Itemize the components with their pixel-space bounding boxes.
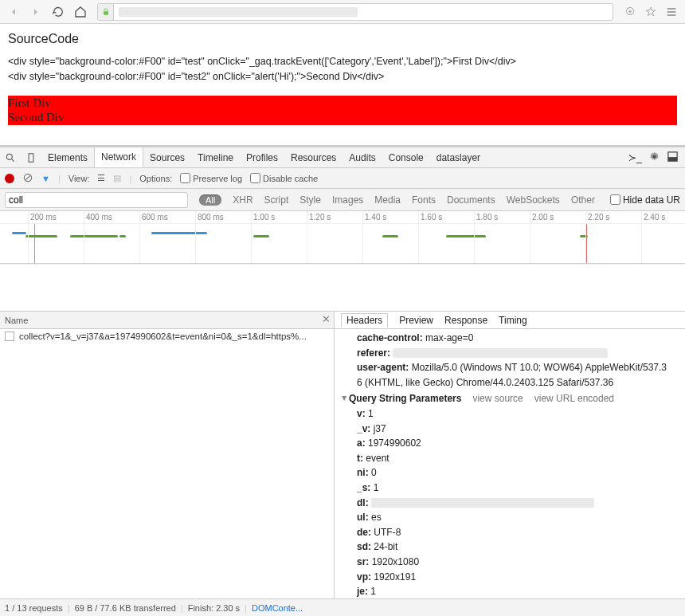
hide-data-urls-checkbox[interactable]: Hide data UR bbox=[610, 194, 680, 206]
filter-xhr[interactable]: XHR bbox=[233, 194, 252, 206]
filter-style[interactable]: Style bbox=[299, 194, 321, 206]
filter-media[interactable]: Media bbox=[374, 194, 401, 206]
home-button[interactable] bbox=[72, 3, 89, 21]
tab-dataslayer[interactable]: dataslayer bbox=[430, 147, 487, 167]
translate-icon[interactable]: ⦿ bbox=[621, 3, 639, 21]
status-bar: 1 / 13 requests| 69 B / 77.6 KB transfer… bbox=[0, 598, 685, 616]
view-label: View: bbox=[68, 174, 90, 183]
reload-button[interactable] bbox=[49, 3, 67, 21]
page-content: SourceCode <div style="background-color:… bbox=[0, 24, 685, 145]
tab-profiles[interactable]: Profiles bbox=[240, 147, 284, 167]
status-requests: 1 / 13 requests bbox=[5, 603, 63, 613]
detail-tab-response[interactable]: Response bbox=[444, 315, 487, 326]
network-timeline[interactable]: 200 ms400 ms600 ms800 ms1.00 s1.20 s1.40… bbox=[0, 211, 685, 264]
filter-all[interactable]: All bbox=[199, 194, 221, 206]
detail-tab-headers[interactable]: Headers bbox=[341, 313, 388, 328]
forward-button[interactable] bbox=[27, 3, 45, 21]
filter-input[interactable] bbox=[5, 192, 188, 208]
svg-rect-3 bbox=[668, 157, 677, 161]
status-domcontent: DOMConte... bbox=[252, 603, 303, 613]
tab-resources[interactable]: Resources bbox=[284, 147, 342, 167]
filter-images[interactable]: Images bbox=[332, 194, 363, 206]
column-name[interactable]: Name bbox=[0, 312, 334, 329]
tab-timeline[interactable]: Timeline bbox=[191, 147, 240, 167]
filter-script[interactable]: Script bbox=[264, 194, 289, 206]
browser-toolbar: ⦿ bbox=[0, 0, 685, 24]
settings-icon[interactable] bbox=[648, 151, 660, 165]
options-label: Options: bbox=[139, 174, 172, 183]
device-icon[interactable] bbox=[21, 147, 41, 167]
tab-network[interactable]: Network bbox=[94, 147, 143, 167]
filter-icon[interactable]: ▼ bbox=[41, 174, 50, 183]
menu-icon[interactable] bbox=[663, 3, 680, 21]
network-controls: ▼ | View: ☰ ▤ | Options: Preserve log Di… bbox=[0, 168, 685, 189]
status-transferred: 69 B / 77.6 KB transferred bbox=[75, 603, 176, 613]
record-button[interactable] bbox=[5, 174, 14, 183]
inspect-icon[interactable] bbox=[0, 147, 21, 167]
first-div[interactable]: First Div bbox=[8, 96, 677, 111]
filter-documents[interactable]: Documents bbox=[447, 194, 495, 206]
back-button[interactable] bbox=[5, 3, 22, 21]
filter-other[interactable]: Other bbox=[571, 194, 595, 206]
view-grid-icon[interactable]: ▤ bbox=[113, 173, 121, 183]
source-code-block: <div style="background-color:#F00" id="t… bbox=[8, 54, 677, 84]
svg-rect-0 bbox=[29, 153, 33, 162]
devtools-tab-bar: Elements Network Sources Timeline Profil… bbox=[0, 147, 685, 168]
detail-tab-timing[interactable]: Timing bbox=[499, 315, 527, 326]
request-detail-pane: ✕ Headers Preview Response Timing cache-… bbox=[335, 312, 685, 598]
filter-websockets[interactable]: WebSockets bbox=[507, 194, 560, 206]
tab-audits[interactable]: Audits bbox=[342, 147, 382, 167]
preserve-log-checkbox[interactable]: Preserve log bbox=[180, 173, 242, 183]
page-heading: SourceCode bbox=[8, 32, 677, 46]
drawer-icon[interactable]: ≻_ bbox=[628, 152, 642, 163]
view-url-encoded-link[interactable]: view URL encoded bbox=[534, 391, 614, 406]
star-icon[interactable] bbox=[642, 3, 660, 21]
tab-console[interactable]: Console bbox=[382, 147, 430, 167]
url-text bbox=[114, 6, 613, 18]
view-list-icon[interactable]: ☰ bbox=[97, 173, 105, 183]
dock-icon[interactable] bbox=[667, 151, 679, 165]
clear-icon[interactable] bbox=[22, 172, 33, 185]
lock-icon bbox=[98, 4, 114, 20]
filter-fonts[interactable]: Fonts bbox=[412, 194, 436, 206]
address-bar[interactable] bbox=[97, 3, 613, 21]
disable-cache-checkbox[interactable]: Disable cache bbox=[250, 173, 318, 183]
close-pane-icon[interactable]: ✕ bbox=[322, 313, 331, 325]
tab-sources[interactable]: Sources bbox=[143, 147, 191, 167]
qsp-section-title[interactable]: Query String Parameters bbox=[349, 393, 461, 404]
network-filter-bar: All XHR Script Style Images Media Fonts … bbox=[0, 189, 685, 211]
file-icon bbox=[5, 332, 14, 341]
status-finish: Finish: 2.30 s bbox=[188, 603, 240, 613]
request-url: collect?v=1&_v=j37&a=1974990602&t=event&… bbox=[19, 332, 307, 341]
second-div[interactable]: Second Div bbox=[8, 110, 677, 125]
tab-elements[interactable]: Elements bbox=[41, 147, 94, 167]
view-source-link[interactable]: view source bbox=[472, 391, 523, 406]
timeline-spacer bbox=[0, 264, 685, 312]
request-list: Name collect?v=1&_v=j37&a=1974990602&t=e… bbox=[0, 312, 335, 598]
detail-tab-preview[interactable]: Preview bbox=[399, 315, 433, 326]
request-row[interactable]: collect?v=1&_v=j37&a=1974990602&t=event&… bbox=[0, 329, 334, 343]
